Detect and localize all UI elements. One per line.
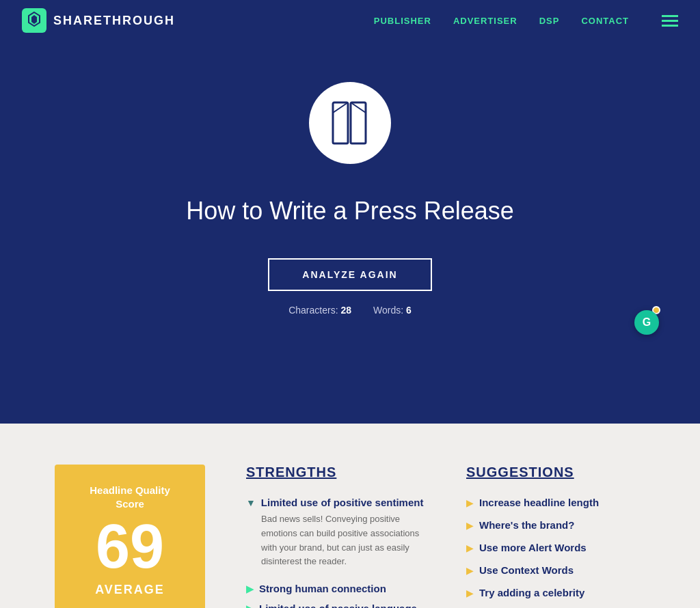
expand-arrow-icon-2: ▶ [246, 583, 254, 594]
chars-stat: Characters: 28 [288, 305, 351, 316]
suggestion-2-text: Where's the brand? [479, 519, 574, 531]
suggestion-arrow-3: ▶ [466, 542, 474, 553]
nav-links: PUBLISHER ADVERTISER DSP CONTACT [374, 15, 678, 27]
collapse-arrow-icon: ▼ [246, 497, 256, 508]
nav-contact[interactable]: CONTACT [581, 16, 629, 26]
score-card: Headline Quality Score 69 AVERAGE [55, 465, 205, 608]
analyze-button[interactable]: ANALYZE AGAIN [268, 258, 431, 291]
strength-2-title: Strong human connection [259, 583, 386, 594]
svg-line-4 [351, 102, 366, 113]
suggestion-arrow-1: ▶ [466, 497, 474, 508]
suggestion-arrow-4: ▶ [466, 565, 474, 576]
score-grade: AVERAGE [95, 583, 165, 597]
suggestion-5-text: Try adding a celebrity [479, 587, 584, 598]
grammarly-badge[interactable]: G [634, 310, 659, 335]
suggestion-item-5: ▶ Try adding a celebrity [466, 587, 645, 598]
strength-item-3: ▶ Limited use of passive language [246, 603, 425, 608]
suggestion-1-text: Increase headline length [479, 497, 599, 508]
expand-arrow-icon-3: ▶ [246, 603, 254, 608]
svg-line-3 [333, 102, 348, 113]
logo-icon [22, 8, 46, 33]
strength-item-1: ▼ Limited use of positive sentiment Bad … [246, 497, 425, 569]
hero-logo-icon [326, 96, 374, 150]
score-number: 69 [96, 516, 164, 577]
suggestions-title: SUGGESTIONS [466, 465, 645, 480]
suggestion-arrow-2: ▶ [466, 520, 474, 531]
words-stat: Words: 6 [373, 305, 412, 316]
logo[interactable]: SHARETHROUGH [22, 8, 175, 33]
strength-item-2: ▶ Strong human connection [246, 583, 425, 594]
suggestion-item-1: ▶ Increase headline length [466, 497, 645, 508]
navbar: SHARETHROUGH PUBLISHER ADVERTISER DSP CO… [0, 0, 700, 41]
svg-rect-2 [351, 102, 366, 143]
hero-logo-circle [309, 82, 391, 164]
suggestion-item-3: ▶ Use more Alert Words [466, 542, 645, 553]
logo-text: SHARETHROUGH [53, 14, 175, 28]
score-label: Headline Quality Score [77, 484, 183, 510]
svg-rect-1 [333, 102, 348, 143]
hero-section: How to Write a Press Release ANALYZE AGA… [0, 41, 700, 424]
strengths-title: STRENGTHS [246, 465, 425, 480]
suggestion-3-text: Use more Alert Words [479, 542, 587, 553]
strength-1-desc: Bad news sells! Conveying positive emoti… [261, 512, 425, 569]
strengths-section: STRENGTHS ▼ Limited use of positive sent… [246, 465, 425, 608]
bottom-section: Headline Quality Score 69 AVERAGE STRENG… [0, 424, 700, 608]
suggestion-arrow-5: ▶ [466, 588, 474, 598]
strength-3-title: Limited use of passive language [259, 603, 417, 608]
hero-title: How to Write a Press Release [186, 197, 514, 225]
hero-stats: Characters: 28 Words: 6 [288, 305, 412, 316]
suggestion-item-4: ▶ Use Context Words [466, 564, 645, 576]
nav-dsp[interactable]: DSP [539, 16, 560, 26]
nav-advertiser[interactable]: ADVERTISER [453, 16, 517, 26]
nav-publisher[interactable]: PUBLISHER [374, 16, 431, 26]
suggestion-item-2: ▶ Where's the brand? [466, 519, 645, 531]
suggestions-section: SUGGESTIONS ▶ Increase headline length ▶… [466, 465, 645, 608]
strength-1-title: Limited use of positive sentiment [261, 497, 424, 508]
hamburger-menu[interactable] [662, 15, 678, 27]
suggestion-4-text: Use Context Words [479, 564, 574, 576]
